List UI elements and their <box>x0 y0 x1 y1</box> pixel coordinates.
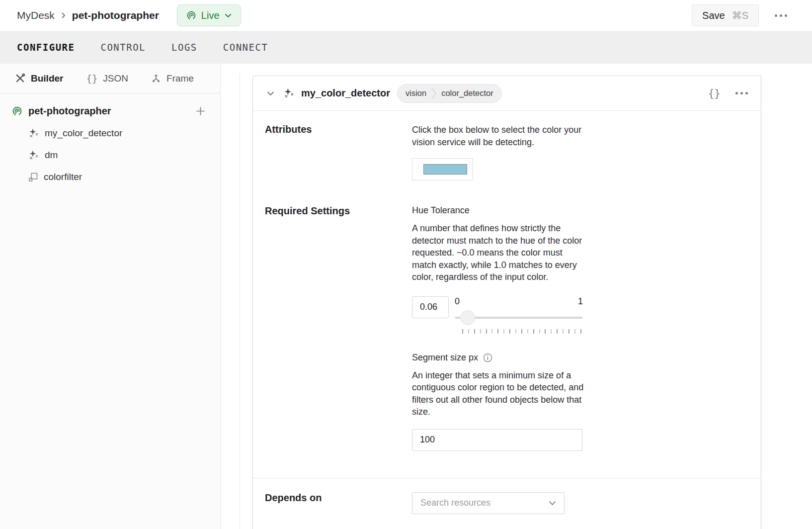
hue-tolerance-label: Hue Tolerance <box>412 205 749 216</box>
hue-tolerance-input[interactable] <box>412 296 449 318</box>
chevron-down-icon <box>549 501 556 506</box>
color-swatch <box>423 164 467 175</box>
tree-item-colorfilter[interactable]: colorfilter <box>28 172 205 182</box>
save-label: Save <box>702 10 725 21</box>
segment-size-label: Segment size px <box>412 353 478 363</box>
breadcrumb-parent-link[interactable]: MyDesk <box>17 9 55 21</box>
depends-on-section: Depends on Search resources <box>253 478 761 529</box>
sparkles-icon <box>28 150 39 161</box>
content-area: Builder {} JSON Frame <box>0 64 812 529</box>
depends-on-content: Search resources <box>412 492 749 514</box>
sparkles-icon <box>283 88 295 99</box>
hue-tolerance-slider: 0 1 <box>455 296 583 334</box>
breadcrumb: MyDesk pet-photographer <box>17 9 159 21</box>
resource-card: my_color_detector vision color_detector … <box>252 76 761 529</box>
chip-model: color_detector <box>441 88 493 98</box>
color-picker-box[interactable] <box>412 158 473 180</box>
main-panel: my_color_detector vision color_detector … <box>221 64 812 529</box>
card-menu-button[interactable] <box>734 88 749 98</box>
segment-size-label-row: Segment size px <box>412 353 749 363</box>
frame-axes-icon <box>151 74 161 84</box>
edit-json-button[interactable]: {} <box>708 88 721 99</box>
tree-item-my-color-detector[interactable]: my_color_detector <box>28 128 205 139</box>
sparkles-icon <box>28 128 39 139</box>
depends-on-heading: Depends on <box>265 492 412 514</box>
tab-logs[interactable]: LOGS <box>171 40 197 55</box>
nav-tab-strip: CONFIGURE CONTROL LOGS CONNECT <box>0 31 812 64</box>
live-label: Live <box>201 10 220 21</box>
live-status-button[interactable]: Live <box>177 4 241 26</box>
attributes-content: Click the box below to select the color … <box>412 124 749 180</box>
chip-separator-icon <box>431 87 436 100</box>
attributes-instruction: Click the box below to select the color … <box>412 124 584 148</box>
chevron-down-icon <box>225 13 232 18</box>
depends-on-placeholder: Search resources <box>420 498 490 508</box>
card-title: my_color_detector <box>301 88 390 99</box>
hue-tolerance-description: A number that defines how strictly the d… <box>412 222 586 283</box>
tree-machine-row[interactable]: pet-photographer <box>12 105 205 117</box>
card-title-row: my_color_detector <box>283 88 390 99</box>
card-actions: {} <box>708 88 749 99</box>
braces-icon: {} <box>86 73 97 84</box>
topbar-actions: Save ⌘S <box>692 4 788 26</box>
required-settings-heading: Required Settings <box>265 205 412 451</box>
breadcrumb-separator-icon <box>61 11 66 19</box>
segment-size-description: An integer that sets a minimum size of a… <box>412 369 586 418</box>
tree-item-label: my_color_detector <box>45 128 122 139</box>
attributes-heading: Attributes <box>265 124 412 180</box>
machine-name: pet-photographer <box>28 105 111 117</box>
transform-icon <box>28 172 38 182</box>
collapse-chevron-icon[interactable] <box>265 89 276 98</box>
app-window: MyDesk pet-photographer Live <box>0 0 812 529</box>
tab-connect[interactable]: CONNECT <box>223 40 268 55</box>
slider-track[interactable] <box>455 317 583 319</box>
hue-tolerance-control: 0 1 <box>412 296 749 334</box>
breadcrumb-current: pet-photographer <box>72 9 159 21</box>
tree-item-dm[interactable]: dm <box>28 150 205 161</box>
mode-tab-label: Frame <box>166 73 194 84</box>
depends-on-select[interactable]: Search resources <box>412 492 565 514</box>
segment-size-input[interactable] <box>412 429 582 451</box>
add-resource-button[interactable] <box>196 106 205 116</box>
required-settings-section: Required Settings Hue Tolerance A number… <box>253 202 761 478</box>
resource-tree: pet-photographer my_color_detector <box>0 93 220 182</box>
mode-tab-frame[interactable]: Frame <box>151 73 194 84</box>
tab-configure[interactable]: CONFIGURE <box>17 40 75 55</box>
mode-tab-label: JSON <box>103 73 128 84</box>
segment-size-block: Segment size px An integer that sets <box>412 353 749 451</box>
mode-tab-builder[interactable]: Builder <box>15 73 63 84</box>
broadcast-icon <box>186 10 196 20</box>
sidebar: Builder {} JSON Frame <box>0 64 221 529</box>
config-mode-tabs: Builder {} JSON Frame <box>0 64 220 93</box>
slider-min-label: 0 <box>455 296 460 308</box>
tools-icon <box>15 73 25 84</box>
top-bar: MyDesk pet-photographer Live <box>0 0 812 31</box>
mode-tab-label: Builder <box>31 73 63 84</box>
slider-ticks <box>462 329 581 334</box>
machine-broadcast-icon <box>12 106 22 116</box>
mode-tab-json[interactable]: {} JSON <box>86 73 128 84</box>
save-button[interactable]: Save ⌘S <box>692 4 759 26</box>
chip-api: vision <box>406 88 426 98</box>
card-header: my_color_detector vision color_detector … <box>253 76 761 111</box>
save-shortcut: ⌘S <box>732 9 748 21</box>
resource-type-chip: vision color_detector <box>397 84 502 103</box>
required-settings-content: Hue Tolerance A number that defines how … <box>412 205 749 451</box>
more-options-button[interactable] <box>774 10 788 21</box>
info-icon[interactable] <box>483 353 492 362</box>
slider-max-label: 1 <box>578 296 583 308</box>
tree-item-label: dm <box>45 150 58 161</box>
slider-handle[interactable] <box>460 310 475 325</box>
attributes-section: Attributes Click the box below to select… <box>253 111 761 202</box>
tab-control[interactable]: CONTROL <box>100 40 146 55</box>
tree-item-label: colorfilter <box>44 172 82 182</box>
